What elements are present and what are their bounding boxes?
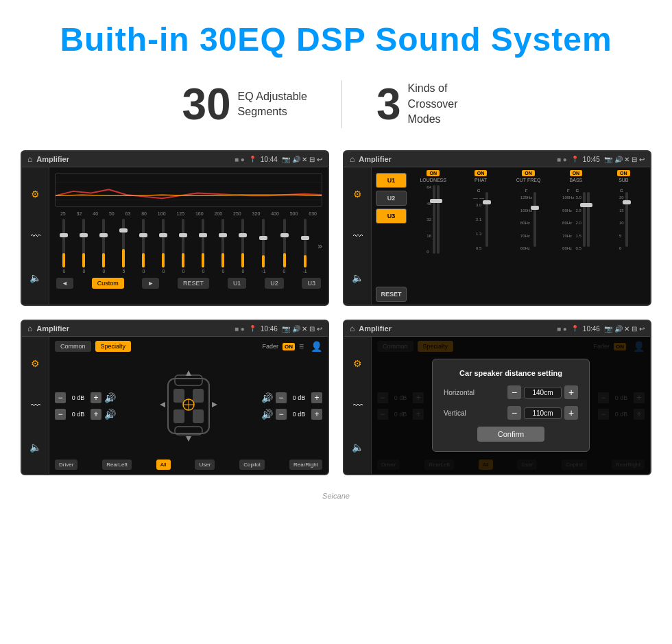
dialog-sidebar-1[interactable]: ⚙ bbox=[353, 358, 362, 369]
confirm-button[interactable]: Confirm bbox=[477, 427, 545, 442]
eq-u3-btn[interactable]: U3 bbox=[302, 278, 321, 289]
copilot-btn[interactable]: Copilot bbox=[239, 460, 265, 470]
crossover-reset-btn[interactable]: RESET bbox=[376, 287, 407, 302]
eq-sidebar-icon2[interactable]: 〰 bbox=[31, 230, 40, 241]
crossover-u1-btn[interactable]: U1 bbox=[376, 173, 407, 188]
dialog-body: ⚙ 〰 🔈 Common Specialty Fader ON 👤 bbox=[344, 337, 650, 474]
crossover-sidebar-2[interactable]: 〰 bbox=[353, 230, 363, 241]
eq-more-arrows[interactable]: » bbox=[317, 219, 322, 274]
specialty-tabs-row: Common Specialty Fader ON ≡ 👤 bbox=[55, 341, 322, 352]
eq-slider-10: 0 bbox=[241, 219, 244, 274]
eq-graph bbox=[55, 173, 322, 207]
eq-pin-icon: 📍 bbox=[249, 156, 256, 163]
svg-marker-16 bbox=[186, 436, 191, 442]
right-controls: 🔊 − 0 dB + 🔊 − 0 dB + bbox=[261, 392, 322, 420]
spec-sidebar-2[interactable]: 〰 bbox=[31, 400, 40, 411]
vertical-plus-btn[interactable]: + bbox=[564, 406, 578, 420]
eq-slider-8: 0 bbox=[202, 219, 204, 274]
svg-rect-11 bbox=[193, 409, 204, 423]
crossover-u3-btn[interactable]: U3 bbox=[376, 208, 407, 224]
eq-slider-12: 0 bbox=[283, 219, 286, 274]
channel-cutfreq: ON CUT FREQ F 125Hz100Hz80Hz70Hz60Hz bbox=[506, 170, 551, 302]
specialty-main: Common Specialty Fader ON ≡ 👤 − 0 dB bbox=[49, 337, 328, 474]
watermark: Seicane bbox=[0, 489, 672, 507]
all-btn[interactable]: All bbox=[156, 460, 171, 470]
eq-slider-4: 5 bbox=[122, 219, 125, 274]
page-title: Buith-in 30EQ DSP Sound System bbox=[14, 21, 658, 58]
eq-slider-9: 0 bbox=[221, 219, 224, 274]
vertical-row: Vertical − 110cm + bbox=[444, 406, 578, 420]
dialog-title: Amplifier bbox=[359, 324, 553, 333]
eq-slider-7: 0 bbox=[182, 219, 184, 274]
db4-minus[interactable]: − bbox=[276, 409, 287, 420]
rearright-btn[interactable]: RearRight bbox=[289, 460, 322, 470]
common-tab[interactable]: Common bbox=[55, 341, 91, 352]
rearleft-btn[interactable]: RearLeft bbox=[102, 460, 132, 470]
dialog-sidebar-3[interactable]: 🔈 bbox=[352, 442, 363, 453]
eq-slider-2: 0 bbox=[82, 219, 85, 274]
home-icon-4[interactable]: ⌂ bbox=[350, 324, 355, 333]
car-diagram bbox=[121, 365, 256, 447]
fader-on-badge[interactable]: ON bbox=[283, 343, 295, 350]
driver-btn[interactable]: Driver bbox=[55, 460, 77, 470]
eq-custom-btn[interactable]: Custom bbox=[92, 278, 124, 289]
horizontal-label: Horizontal bbox=[444, 389, 485, 396]
specialty-tab[interactable]: Specialty bbox=[95, 341, 132, 352]
eq-slider-6: 0 bbox=[162, 219, 165, 274]
spec-sidebar-1[interactable]: ⚙ bbox=[31, 358, 40, 369]
db-control-3: 🔊 − 0 dB + bbox=[261, 392, 322, 403]
spec-sidebar-3[interactable]: 🔈 bbox=[29, 442, 41, 453]
eq-reset-btn[interactable]: RESET bbox=[178, 278, 209, 289]
sub-on[interactable]: ON bbox=[617, 170, 630, 176]
user-btn[interactable]: User bbox=[195, 460, 215, 470]
eq-play-btn[interactable]: ► bbox=[142, 278, 159, 289]
db4-plus[interactable]: + bbox=[311, 409, 322, 420]
db2-minus[interactable]: − bbox=[55, 409, 66, 420]
stat-eq-number: 30 bbox=[182, 79, 230, 130]
db2-plus[interactable]: + bbox=[91, 409, 101, 420]
eq-u2-btn[interactable]: U2 bbox=[265, 278, 284, 289]
db3-minus[interactable]: − bbox=[276, 392, 287, 403]
stat-crossover-label: Kinds ofCrossover Modes bbox=[408, 81, 490, 127]
stat-eq: 30 EQ AdjustableSegments bbox=[147, 79, 341, 130]
home-icon-3[interactable]: ⌂ bbox=[27, 324, 32, 333]
eq-prev-btn[interactable]: ◄ bbox=[56, 278, 73, 289]
fader-label: Fader bbox=[262, 343, 278, 350]
crossover-header: ⌂ Amplifier ■ ● 📍 10:45 📷 🔊 ✕ ⊟ ↩ bbox=[344, 152, 650, 167]
dialog-header: ⌂ Amplifier ■ ● 📍 10:46 📷 🔊 ✕ ⊟ ↩ bbox=[344, 321, 650, 337]
eq-u1-btn[interactable]: U1 bbox=[228, 278, 247, 289]
home-icon-2[interactable]: ⌂ bbox=[350, 154, 355, 164]
loudness-on[interactable]: ON bbox=[427, 170, 440, 176]
home-icon[interactable]: ⌂ bbox=[27, 154, 32, 164]
db4-value: 0 dB bbox=[289, 411, 309, 418]
loudness-sliders: 644832160 bbox=[427, 185, 440, 254]
dialog-main: Common Specialty Fader ON 👤 − 0 dB + bbox=[372, 337, 650, 474]
dialog-sidebar-2[interactable]: 〰 bbox=[353, 400, 363, 411]
horizontal-minus-btn[interactable]: − bbox=[507, 385, 521, 399]
specialty-body: ⚙ 〰 🔈 Common Specialty Fader ON ≡ 👤 bbox=[22, 337, 328, 474]
eq-title: Amplifier bbox=[36, 155, 230, 163]
crossover-u2-btn[interactable]: U2 bbox=[376, 191, 407, 206]
channel-bass: ON BASS F 100Hz90Hz80Hz70Hz60Hz G bbox=[553, 170, 598, 302]
crossover-body: ⚙ 〰 🔈 U1 U2 U3 RESET ON LOUDNESS bbox=[344, 167, 650, 305]
db-control-4: 🔊 − 0 dB + bbox=[261, 409, 322, 420]
eq-sidebar-icon3[interactable]: 🔈 bbox=[29, 272, 41, 283]
db3-plus[interactable]: + bbox=[311, 392, 322, 403]
db2-value: 0 dB bbox=[69, 411, 88, 418]
eq-slider-1: 0 bbox=[62, 219, 65, 274]
svg-marker-18 bbox=[212, 402, 217, 407]
crossover-sidebar-3[interactable]: 🔈 bbox=[352, 272, 363, 283]
crossover-channels: ON LOUDNESS 644832160 ON PHAT bbox=[411, 170, 646, 302]
svg-marker-17 bbox=[160, 402, 165, 407]
eq-freq-labels: 253240 506380 100125160 200250320 400500… bbox=[55, 211, 322, 216]
phat-on[interactable]: ON bbox=[475, 170, 488, 176]
horizontal-plus-btn[interactable]: + bbox=[564, 385, 578, 399]
vertical-minus-btn[interactable]: − bbox=[507, 406, 521, 420]
cutfreq-on[interactable]: ON bbox=[522, 170, 535, 176]
speaker-rl: 🔊 bbox=[104, 409, 116, 420]
bass-on[interactable]: ON bbox=[570, 170, 583, 176]
eq-sidebar-icon1[interactable]: ⚙ bbox=[31, 189, 40, 200]
db1-minus[interactable]: − bbox=[55, 392, 66, 403]
db1-plus[interactable]: + bbox=[91, 392, 101, 403]
crossover-sidebar-1[interactable]: ⚙ bbox=[353, 189, 362, 200]
